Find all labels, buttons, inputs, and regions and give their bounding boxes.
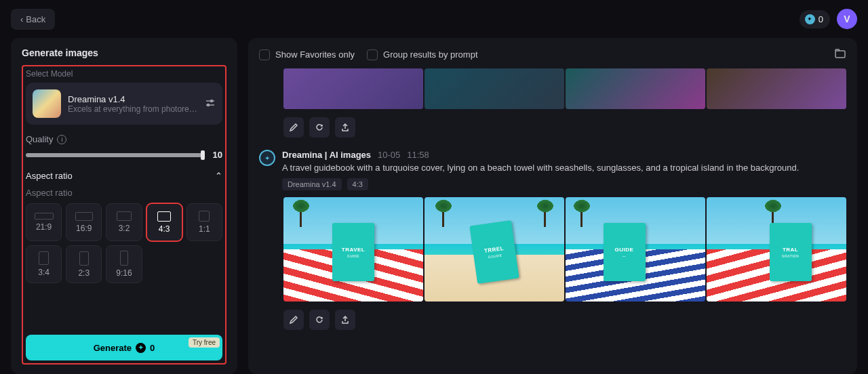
ratio-shape-icon [199, 211, 210, 222]
share-button[interactable] [335, 310, 355, 330]
result-image[interactable]: GUIDE— [566, 197, 705, 302]
results-scroll: ✦ Dreamina | AI images 10-05 11:58 A tra… [259, 68, 846, 365]
highlighted-settings: Select Model Dreamina v1.4 Excels at eve… [22, 65, 226, 365]
quality-value: 10 [213, 150, 222, 160]
generation-images: TRAVELGUIDE TRRELGGUDE GUIDE— TRALSRATIE… [283, 197, 846, 302]
ratio-label: 1:1 [199, 224, 210, 234]
result-image[interactable] [283, 68, 423, 109]
generation-title: Dreamina | AI images [282, 150, 371, 160]
aspect-ratio-3-4[interactable]: 3:4 [26, 245, 62, 283]
generation-tag-model[interactable]: Dreamina v1.4 [282, 178, 342, 190]
result-image[interactable]: TRAVELGUIDE [283, 197, 423, 302]
aspect-ratio-title: Aspect ratio [26, 171, 73, 181]
folder-icon[interactable] [834, 47, 846, 62]
prev-generation-thumbs [283, 68, 846, 109]
quality-slider[interactable] [26, 153, 205, 157]
result-image[interactable] [425, 68, 564, 109]
top-right: ✦ 0 V [800, 9, 857, 29]
result-image[interactable]: TRRELGGUDE [425, 197, 564, 302]
back-label: Back [26, 14, 45, 24]
generate-cost: 0 [150, 343, 155, 353]
generation-source-icon: ✦ [259, 150, 275, 166]
credits-icon: ✦ [805, 14, 815, 24]
aspect-ratio-9-16[interactable]: 9:16 [106, 245, 142, 283]
result-image[interactable]: TRALSRATIEN [707, 197, 846, 302]
show-favorites-checkbox[interactable]: Show Favorites only [259, 49, 355, 60]
chevron-left-icon: ‹ [20, 14, 23, 24]
svg-rect-4 [835, 51, 845, 58]
aspect-ratio-grid: 21:916:93:24:31:13:42:39:16 [26, 203, 222, 283]
credit-cost-icon: ✦ [136, 343, 146, 353]
ratio-shape-icon [79, 251, 89, 266]
ratio-shape-icon [35, 213, 54, 220]
generation-prompt: A travel guidebook with a turquoise cove… [282, 163, 846, 173]
share-button[interactable] [335, 117, 355, 138]
aspect-ratio-2-3[interactable]: 2:3 [66, 245, 102, 283]
generation-time: 11:58 [407, 150, 429, 160]
quality-label-row: Quality i [26, 134, 222, 144]
aspect-ratio-16-9[interactable]: 16:9 [66, 203, 102, 241]
result-image[interactable] [566, 68, 705, 109]
aspect-ratio-sub: Aspect ratio [26, 188, 222, 198]
edit-button[interactable] [283, 310, 304, 330]
back-button[interactable]: ‹ Back [11, 9, 55, 30]
aspect-ratio-1-1[interactable]: 1:1 [186, 203, 222, 241]
generation-tag-ratio[interactable]: 4:3 [347, 178, 368, 190]
favorites-label: Show Favorites only [275, 49, 355, 60]
group-label: Group results by prompt [383, 49, 477, 60]
generate-panel: Generate images Select Model Dreamina v1… [11, 38, 237, 374]
ratio-shape-icon [120, 251, 128, 266]
svg-point-1 [211, 100, 213, 102]
avatar-letter: V [844, 14, 850, 24]
chevron-up-icon: ⌃ [215, 171, 222, 181]
ratio-label: 2:3 [78, 268, 90, 278]
ratio-label: 9:16 [116, 268, 132, 278]
generation-block: ✦ Dreamina | AI images 10-05 11:58 A tra… [259, 150, 846, 197]
ratio-label: 3:4 [38, 268, 50, 277]
credits-value: 0 [818, 14, 823, 24]
model-name: Dreamina v1.4 [68, 94, 198, 104]
regenerate-button[interactable] [309, 117, 330, 138]
ratio-shape-icon [39, 251, 49, 265]
ratio-label: 4:3 [159, 224, 170, 234]
info-icon[interactable]: i [57, 135, 66, 144]
filter-bar: Show Favorites only Group results by pro… [259, 47, 846, 62]
aspect-ratio-header[interactable]: Aspect ratio ⌃ [26, 171, 222, 181]
model-selector[interactable]: Dreamina v1.4 Excels at everything from … [26, 83, 222, 125]
avatar[interactable]: V [837, 9, 857, 29]
generation-date: 10-05 [378, 150, 400, 160]
prev-actions-row [283, 117, 846, 138]
model-desc: Excels at everything from photoreali... [68, 104, 198, 114]
aspect-ratio-3-2[interactable]: 3:2 [106, 203, 142, 241]
ratio-label: 21:9 [36, 222, 52, 232]
ratio-shape-icon [117, 211, 132, 221]
model-thumbnail [33, 89, 61, 118]
slider-thumb[interactable] [201, 150, 205, 160]
try-free-badge: Try free [189, 337, 220, 348]
group-by-prompt-checkbox[interactable]: Group results by prompt [367, 49, 477, 60]
aspect-ratio-4-3[interactable]: 4:3 [146, 203, 182, 241]
ratio-label: 16:9 [76, 224, 92, 233]
svg-point-3 [208, 104, 210, 106]
select-model-label: Select Model [26, 69, 222, 79]
top-bar: ‹ Back ✦ 0 V [0, 0, 868, 38]
generate-label: Generate [94, 343, 132, 353]
ratio-shape-icon [75, 212, 93, 221]
quality-label: Quality [26, 134, 53, 144]
panel-title: Generate images [22, 47, 226, 58]
ratio-shape-icon [157, 211, 171, 222]
checkbox-icon [367, 49, 378, 60]
aspect-ratio-21-9[interactable]: 21:9 [26, 203, 62, 241]
regenerate-button[interactable] [309, 310, 330, 330]
generate-button[interactable]: Generate ✦ 0 Try free [26, 335, 222, 360]
result-image[interactable] [707, 68, 846, 109]
ratio-label: 3:2 [119, 224, 130, 233]
edit-button[interactable] [283, 117, 304, 138]
checkbox-icon [259, 49, 270, 60]
sliders-icon[interactable] [205, 98, 216, 110]
results-pane: Show Favorites only Group results by pro… [248, 38, 857, 374]
actions-row [283, 310, 846, 330]
credits-pill[interactable]: ✦ 0 [800, 10, 830, 28]
